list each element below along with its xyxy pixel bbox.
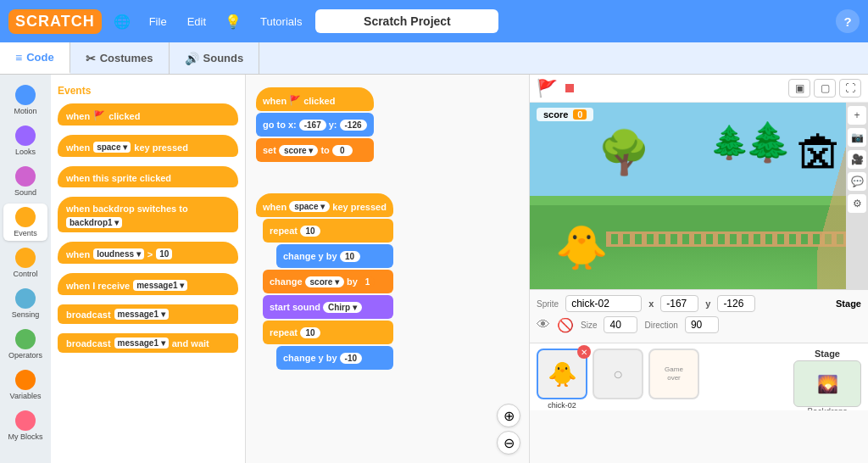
stage-tool-expand[interactable]: + — [848, 106, 866, 125]
stage-medium-button[interactable]: ▢ — [814, 79, 836, 98]
stage-tree-right: 🌲 — [744, 120, 792, 165]
stage-tool-video[interactable]: 🎥 — [848, 150, 866, 169]
stage-tool-camera[interactable]: 📷 — [848, 128, 866, 147]
block-go-to-xy[interactable]: go to x: -167 y: -126 — [256, 113, 374, 137]
block-when-sprite-clicked[interactable]: when this sprite clicked — [58, 166, 238, 187]
file-menu-button[interactable]: File — [142, 12, 174, 31]
block-when-loudness[interactable]: when loudness ▾ > 10 — [58, 242, 238, 264]
sidebar-item-sound[interactable]: Sound — [3, 163, 47, 200]
block-change-y-10[interactable]: change y by 10 — [276, 244, 393, 268]
scratch-logo[interactable]: SCRATCH — [8, 9, 102, 34]
tab-sounds[interactable]: 🔊 Sounds — [170, 42, 260, 74]
sprite-thumb-blank[interactable]: ○ — [593, 349, 643, 399]
block-palette: Events when 🚩 clicked when space ▾ key p… — [51, 75, 246, 463]
stage-fullscreen-button[interactable]: ⛶ — [839, 79, 861, 98]
block-when-key-pressed[interactable]: when space ▾ key pressed — [58, 135, 238, 157]
project-title-input[interactable] — [315, 9, 498, 33]
block-set-score[interactable]: set score ▾ to 0 — [256, 138, 374, 162]
block-when-receive[interactable]: when I receive message1 ▾ — [58, 273, 238, 295]
tab-costumes[interactable]: ✂ Costumes — [70, 42, 170, 74]
blank-sprite-icon: ○ — [613, 365, 623, 384]
score-display: score 0 — [537, 108, 593, 121]
block-broadcast-wait[interactable]: broadcast message1 ▾ and wait — [58, 333, 238, 353]
chick-sprite-icon: 🐥 — [548, 360, 577, 388]
zoom-in-button[interactable]: ⊕ — [497, 404, 520, 427]
sensing-dot — [15, 288, 36, 309]
lightbulb-icon[interactable]: 💡 — [220, 10, 247, 33]
score-label: score — [543, 109, 568, 120]
sprite-list: 🐥 ✕ chick-02 ○ Gameover — [530, 343, 868, 410]
y-coord-label: y — [705, 298, 710, 309]
sidebar-item-operators[interactable]: Operators — [3, 326, 47, 363]
sprite-info-row2: 👁 🚫 Size Direction — [537, 316, 861, 333]
control-label: Control — [13, 270, 37, 278]
block-categories-sidebar: Motion Looks Sound Events Control Sensin… — [0, 75, 51, 463]
stage-tool-tts[interactable]: 💬 — [848, 172, 866, 191]
stage-tree-left: 🌳 — [598, 128, 650, 177]
size-label: Size — [581, 321, 597, 330]
stage-fence — [606, 232, 851, 247]
sidebar-item-events[interactable]: Events — [3, 204, 47, 241]
show-sprite-button[interactable]: 👁 — [537, 317, 550, 332]
tutorials-button[interactable]: Tutorials — [253, 12, 309, 31]
edit-menu-button[interactable]: Edit — [181, 12, 213, 31]
tabbar: ≡ Code ✂ Costumes 🔊 Sounds — [0, 42, 868, 75]
sound-dot — [15, 166, 36, 187]
size-input[interactable] — [604, 316, 637, 333]
motion-dot — [15, 85, 36, 105]
globe-button[interactable]: 🌐 — [108, 10, 136, 33]
stop-button[interactable]: ⏹ — [563, 81, 576, 96]
sprite-thumb-game-over[interactable]: Gameover — [648, 349, 699, 399]
script-area[interactable]: when 🚩 clicked go to x: -167 y: -126 set… — [246, 75, 529, 463]
motion-label: Motion — [14, 107, 36, 115]
green-flag-button[interactable]: 🚩 — [537, 78, 558, 98]
stage-section-header: Stage — [836, 298, 861, 309]
sprite-name-input[interactable] — [565, 295, 642, 312]
stage-thumb-icon: 🌄 — [817, 374, 838, 394]
zoom-out-button[interactable]: ⊖ — [497, 431, 520, 455]
block-start-sound[interactable]: start sound Chirp ▾ — [263, 295, 393, 319]
sprite-thumb3-container: Gameover — [648, 349, 699, 399]
tab-costumes-label: Costumes — [100, 52, 153, 64]
stage-tree-center: 🌲 — [709, 124, 749, 161]
x-coord-input[interactable] — [660, 295, 698, 312]
chick-sprite-label: chick-02 — [548, 401, 576, 410]
sidebar-item-myblocks[interactable]: My Blocks — [3, 407, 47, 444]
stage-small-button[interactable]: ▣ — [788, 79, 810, 98]
variables-dot — [15, 370, 36, 390]
sidebar-item-control[interactable]: Control — [3, 244, 47, 282]
block-change-score[interactable]: change score ▾ by 1 — [263, 270, 393, 293]
stage-chick-sprite: 🐥 — [555, 223, 608, 272]
control-dot — [15, 248, 36, 268]
sprite-thumb-chick[interactable]: 🐥 ✕ — [537, 349, 587, 399]
sidebar-item-looks[interactable]: Looks — [3, 122, 47, 159]
stage-backdrop-thumb[interactable]: 🌄 — [793, 360, 861, 407]
help-button[interactable]: ? — [836, 9, 860, 33]
stage-label: Stage — [815, 349, 840, 359]
palette-category-label: Events — [58, 85, 238, 97]
operators-label: Operators — [8, 351, 42, 360]
block-change-y-neg10[interactable]: change y by -10 — [276, 346, 393, 370]
block-repeat-10[interactable]: repeat 10 — [263, 219, 393, 243]
delete-sprite-button[interactable]: ✕ — [577, 345, 591, 359]
block-repeat-10b[interactable]: repeat 10 — [263, 321, 393, 344]
topbar: SCRATCH 🌐 File Edit 💡 Tutorials ? — [0, 0, 868, 42]
sounds-tab-icon: 🔊 — [185, 52, 199, 65]
y-coord-input[interactable] — [717, 295, 755, 312]
block-hat-space[interactable]: when space ▾ key pressed — [256, 193, 393, 217]
block-broadcast[interactable]: broadcast message1 ▾ — [58, 304, 238, 324]
sidebar-item-sensing[interactable]: Sensing — [3, 285, 47, 322]
block-when-backdrop[interactable]: when backdrop switches to backdrop1 ▾ — [58, 197, 238, 232]
sound-label: Sound — [14, 188, 36, 197]
x-coord-label: x — [648, 298, 654, 309]
code-tab-icon: ≡ — [15, 51, 22, 64]
block-when-flag-clicked[interactable]: when 🚩 clicked — [58, 103, 238, 126]
sidebar-item-variables[interactable]: Variables — [3, 366, 47, 404]
sidebar-item-motion[interactable]: Motion — [3, 81, 47, 119]
tab-code[interactable]: ≡ Code — [0, 42, 70, 74]
hide-sprite-button[interactable]: 🚫 — [557, 317, 574, 333]
block-hat-flag[interactable]: when 🚩 clicked — [256, 87, 374, 111]
looks-dot — [15, 126, 36, 146]
stage-tool-settings[interactable]: ⚙ — [848, 194, 866, 213]
direction-input[interactable] — [685, 316, 719, 333]
